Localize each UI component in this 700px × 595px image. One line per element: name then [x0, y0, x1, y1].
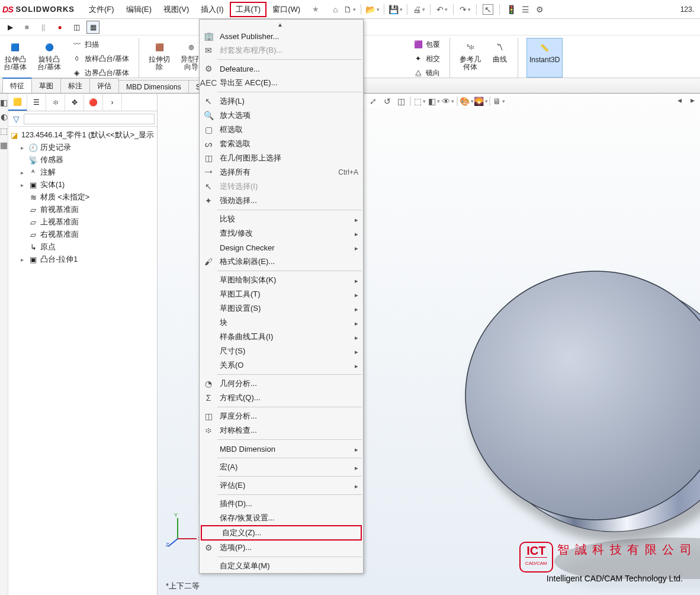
menu-item[interactable]: 自定义菜单(M) — [200, 559, 363, 573]
tree-node[interactable]: ▸ ᴬ 注解 — [9, 166, 156, 179]
menu-item[interactable]: Σ 方程式(Q)... — [200, 391, 363, 405]
print-icon[interactable]: 🖨 — [413, 4, 424, 15]
ribbon-instant3d[interactable]: 📏Instant3D — [526, 38, 563, 78]
menu-item[interactable]: ᔕ 套索选取 — [200, 137, 363, 151]
ribbon-mirror[interactable]: ⧋镜向 — [412, 66, 441, 79]
menu-item[interactable]: ⚙ Defeature... — [200, 62, 363, 76]
display-style-icon[interactable]: ◧ — [429, 96, 439, 107]
menu-item[interactable]: MBD Dimension — [200, 442, 363, 456]
menu-item[interactable]: 🖌 格式涂刷器(E)... — [200, 255, 363, 269]
tree-node[interactable]: ▸ 🕘 历史记录 — [9, 141, 156, 154]
menu-insert[interactable]: 插入(I) — [195, 2, 229, 17]
tree-node[interactable]: ▱ 前视基准面 — [9, 204, 156, 216]
menu-item[interactable]: 保存/恢复设置... — [200, 511, 363, 525]
menu-item[interactable]: 🔍 放大选项 — [200, 108, 363, 123]
menu-item[interactable]: ⭢ 选择所有 Ctrl+A — [200, 165, 363, 179]
ribbon-extrude-boss[interactable]: 🟦拉伸凸 台/基体 — [2, 38, 28, 78]
tree-node[interactable]: ↳ 原点 — [9, 241, 156, 253]
menu-item[interactable]: ◫ 在几何图形上选择 — [200, 151, 363, 165]
menu-item[interactable]: 评估(E) — [200, 478, 363, 493]
menu-item[interactable]: ⚙ 选项(P)... — [200, 541, 363, 555]
menu-item[interactable]: AEC 导出至 AEC(E)... — [200, 76, 363, 90]
tree-node[interactable]: ▸ ▣ 凸台-拉伸1 — [9, 253, 156, 266]
menu-collapse-icon[interactable]: ▲ — [200, 20, 363, 29]
menu-view[interactable]: 视图(V) — [158, 2, 195, 17]
open-icon[interactable]: 📂 — [367, 4, 378, 15]
view-orientation-icon[interactable]: ⬚ — [415, 96, 425, 107]
record-icon[interactable]: ● — [53, 21, 66, 34]
new-icon[interactable]: 🗋 — [344, 4, 355, 15]
ribbon-intersect[interactable]: ✦相交 — [412, 52, 441, 65]
traffic-light-icon[interactable]: 🚦 — [506, 4, 516, 15]
tab-feature[interactable]: 特征 — [2, 78, 32, 93]
scene-icon[interactable]: 🌄 — [476, 96, 486, 107]
menu-item[interactable]: ◔ 几何分析... — [200, 377, 363, 391]
appearance-icon[interactable]: 🎨 — [461, 96, 472, 107]
menu-item[interactable]: 草图工具(T) — [200, 287, 363, 301]
menu-window[interactable]: 窗口(W) — [266, 2, 306, 17]
menu-item[interactable]: 查找/修改 — [200, 226, 363, 240]
menu-item[interactable]: ◫ 厚度分析... — [200, 409, 363, 423]
render-icon[interactable]: 🖥 — [494, 96, 505, 107]
expand-icon[interactable]: ▸ — [18, 256, 26, 263]
menu-item[interactable]: ✦ 强劲选择... — [200, 194, 363, 208]
home-icon[interactable]: ⌂ — [330, 4, 341, 15]
ribbon-wrap[interactable]: 🟪包覆 — [412, 38, 441, 51]
play-icon[interactable]: ▶ — [4, 21, 17, 34]
zoom-area-icon[interactable]: ⤢ — [368, 96, 378, 107]
menu-item[interactable]: ፨ 对称检查... — [200, 423, 363, 438]
menu-item[interactable]: Design Checker — [200, 240, 363, 255]
pause-icon[interactable]: || — [37, 21, 50, 34]
cube-icon[interactable]: ◫ — [70, 21, 83, 34]
tree-node[interactable]: 📡 传感器 — [9, 154, 156, 166]
hide-show-icon[interactable]: 👁 — [443, 96, 454, 107]
expand-icon[interactable]: ▸ — [18, 144, 26, 151]
prev-page-icon[interactable]: ◂ — [674, 95, 685, 105]
tab-sketch[interactable]: 草图 — [31, 78, 61, 93]
filter-input[interactable] — [24, 114, 155, 124]
gear-icon[interactable]: ⚙ — [534, 4, 545, 15]
menu-pin-icon[interactable]: ★ — [306, 2, 325, 16]
menu-item[interactable]: 自定义(Z)... — [201, 525, 362, 541]
expand-icon[interactable]: ▸ — [18, 169, 26, 176]
menu-item[interactable]: 尺寸(S) — [200, 344, 363, 358]
ribbon-sweep[interactable]: 〰扫描 — [70, 38, 100, 51]
ribbon-loft[interactable]: ◊放样凸台/基体 — [70, 52, 130, 65]
menu-item[interactable]: 草图绘制实体(K) — [200, 273, 363, 287]
ribbon-boundary[interactable]: ◈边界凸台/基体 — [70, 66, 130, 79]
menu-item[interactable]: 样条曲线工具(I) — [200, 330, 363, 344]
section-view-icon[interactable]: ◫ — [396, 96, 407, 107]
panel-tab-appearance-icon[interactable]: 🔴 — [84, 94, 103, 111]
filter-icon[interactable]: ▽ — [11, 114, 21, 124]
expand-icon[interactable]: ▸ — [18, 182, 26, 188]
panel-tab-config-icon[interactable]: ፨ — [46, 94, 65, 111]
tab-mbd-dimensions[interactable]: MBD Dimensions — [118, 80, 189, 93]
thumbnail-icon[interactable]: ▦ — [86, 21, 99, 34]
tree-node[interactable]: ▱ 上视基准面 — [9, 216, 156, 229]
tree-node[interactable]: ≋ 材质 <未指定> — [9, 191, 156, 204]
tree-node[interactable]: ▱ 右视基准面 — [9, 229, 156, 241]
save-icon[interactable]: 💾 — [390, 4, 401, 15]
menu-item[interactable]: 🏢 Asset Publisher... — [200, 29, 363, 43]
menu-file[interactable]: 文件(F) — [83, 2, 120, 17]
undo-icon[interactable]: ↶ — [436, 4, 447, 15]
menu-item[interactable]: 比较 — [200, 212, 363, 226]
cursor-icon[interactable]: ↖ — [483, 4, 493, 15]
menu-item[interactable]: ↖ 选择(L) — [200, 94, 363, 108]
next-page-icon[interactable]: ▸ — [687, 95, 698, 105]
ribbon-revolve-boss[interactable]: 🔵旋转凸 台/基体 — [36, 38, 62, 78]
tab-evaluate[interactable]: 评估 — [89, 78, 119, 93]
tree-node[interactable]: ▸ ▣ 实体(1) — [9, 179, 156, 191]
tree-root[interactable]: ◪ 123.4546.14_零件1 (默认<<默认>_显示 — [9, 129, 156, 141]
panel-tab-feature-tree-icon[interactable]: 🟨 — [8, 94, 27, 111]
menu-tools[interactable]: 工具(T) — [230, 2, 267, 17]
stop-icon[interactable]: ■ — [20, 21, 33, 34]
menu-item[interactable]: ▢ 框选取 — [200, 123, 363, 137]
ribbon-ref-geometry[interactable]: °፨参考几 何体 — [458, 38, 482, 78]
menu-edit[interactable]: 编辑(E) — [120, 2, 158, 17]
panel-tab-more-icon[interactable]: › — [103, 94, 122, 111]
panel-tab-dim-icon[interactable]: ✥ — [65, 94, 84, 111]
menu-item[interactable]: 关系(O — [200, 358, 363, 372]
ribbon-extrude-cut[interactable]: 🟫拉伸切 除 — [147, 38, 171, 78]
panel-tab-property-icon[interactable]: ☰ — [27, 94, 46, 111]
